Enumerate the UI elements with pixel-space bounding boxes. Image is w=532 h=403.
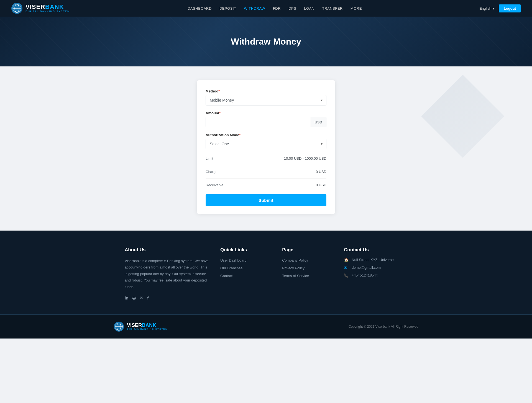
- nav-withdraw[interactable]: WITHDRAW: [244, 6, 265, 11]
- footer-quick-links-col: Quick Links User Dashboard Our Branches …: [220, 247, 271, 301]
- footer-logo-icon: [114, 321, 124, 332]
- email-icon: ✉: [344, 265, 349, 270]
- footer-about-text: Viserbank is a complete e-Banking system…: [125, 258, 209, 290]
- brand-text: VISERBANK DIGITAL BANKING SYSTEM: [25, 4, 70, 13]
- navbar-right: English ▾ Logout: [479, 4, 521, 12]
- method-select-wrapper: Mobile Money Bank Transfer Check: [206, 95, 326, 105]
- main-content: Method* Mobile Money Bank Transfer Check…: [0, 66, 532, 231]
- auth-select[interactable]: Select One Email OTP SMS OTP Google Auth: [206, 139, 326, 149]
- auth-label: Authorization Mode*: [206, 133, 326, 137]
- linkedin-icon[interactable]: in: [125, 296, 128, 301]
- limit-value: 10.00 USD - 1000.00 USD: [241, 155, 326, 162]
- charge-row: Charge 0 USD: [206, 168, 326, 175]
- brand-bank: BANK: [45, 3, 64, 10]
- facebook-icon[interactable]: f: [147, 296, 149, 301]
- footer-bottom-inner: VISERBANK DIGITAL BANKING SYSTEM Copyrig…: [114, 321, 418, 332]
- logout-button[interactable]: Logout: [499, 4, 521, 12]
- footer-contact-title: Contact Us: [344, 247, 407, 253]
- amount-input-group: USD: [206, 117, 326, 127]
- charge-label: Charge: [206, 168, 241, 175]
- footer-quick-links-list: User Dashboard Our Branches Contact: [220, 258, 271, 278]
- footer-link-contact[interactable]: Contact: [220, 273, 271, 278]
- footer-company-policy[interactable]: Company Policy: [282, 258, 333, 263]
- amount-group: Amount* USD: [206, 111, 326, 127]
- limit-label: Limit: [206, 155, 241, 162]
- limit-row: Limit 10.00 USD - 1000.00 USD: [206, 155, 326, 162]
- brand-viser: VISER: [25, 3, 45, 10]
- amount-input[interactable]: [206, 117, 311, 127]
- footer-social: in ◎ ✕ f: [125, 296, 209, 301]
- footer-page-col: Page Company Policy Privacy Policy Terms…: [282, 247, 333, 301]
- brand-logo-area: VISERBANK DIGITAL BANKING SYSTEM: [11, 2, 70, 14]
- instagram-icon[interactable]: ◎: [132, 296, 136, 301]
- footer-content: About Us Viserbank is a complete e-Banki…: [114, 247, 418, 314]
- footer-page-title: Page: [282, 247, 333, 253]
- footer-link-branches[interactable]: Our Branches: [220, 265, 271, 270]
- footer-brand-text: VISERBANK DIGITAL BANKING SYSTEM: [127, 323, 168, 331]
- navbar: VISERBANK DIGITAL BANKING SYSTEM DASHBOA…: [0, 0, 532, 17]
- nav-fdr[interactable]: FDR: [273, 6, 281, 11]
- footer-about-title: About Us: [125, 247, 209, 253]
- chevron-down-icon: ▾: [492, 6, 494, 11]
- footer-about-col: About Us Viserbank is a complete e-Banki…: [125, 247, 209, 301]
- nav-transfer[interactable]: TRANSFER: [322, 6, 343, 11]
- contact-email: ✉ demo@gmail.com: [344, 265, 407, 270]
- auth-select-wrapper: Select One Email OTP SMS OTP Google Auth: [206, 139, 326, 149]
- auth-group: Authorization Mode* Select One Email OTP…: [206, 133, 326, 149]
- footer-link-dashboard[interactable]: User Dashboard: [220, 258, 271, 263]
- method-group: Method* Mobile Money Bank Transfer Check: [206, 89, 326, 105]
- footer-privacy-policy[interactable]: Privacy Policy: [282, 265, 333, 270]
- auth-required: *: [239, 133, 241, 137]
- footer-terms-of-service[interactable]: Terms of Service: [282, 273, 333, 278]
- nav-loan[interactable]: LOAN: [304, 6, 314, 11]
- amount-required: *: [219, 111, 221, 115]
- footer: About Us Viserbank is a complete e-Banki…: [0, 231, 532, 339]
- nav-links: DASHBOARD DEPOSIT WITHDRAW FDR DPS LOAN …: [188, 6, 362, 11]
- nav-dps[interactable]: DPS: [288, 6, 296, 11]
- language-selector[interactable]: English ▾: [479, 6, 494, 11]
- footer-copyright: Copyright © 2021 Viserbank All Right Res…: [349, 325, 418, 329]
- method-required: *: [218, 89, 220, 93]
- hero-title: Withdraw Money: [231, 37, 301, 47]
- footer-brand-bank: BANK: [142, 322, 156, 328]
- brand-logo-icon: [11, 2, 23, 14]
- receivable-label: Receivable: [206, 181, 241, 189]
- withdraw-form-card: Method* Mobile Money Bank Transfer Check…: [197, 80, 335, 214]
- contact-phone: 📞 +454512418544: [344, 273, 407, 278]
- amount-label: Amount*: [206, 111, 326, 115]
- receivable-row: Receivable 0 USD: [206, 181, 326, 189]
- location-icon: 🏠: [344, 258, 349, 262]
- nav-dashboard[interactable]: DASHBOARD: [188, 6, 212, 11]
- submit-button[interactable]: Submit: [206, 194, 326, 206]
- phone-icon: 📞: [344, 273, 349, 278]
- receivable-value: 0 USD: [241, 181, 326, 189]
- footer-brand-tagline: DIGITAL BANKING SYSTEM: [127, 328, 168, 330]
- method-select[interactable]: Mobile Money Bank Transfer Check: [206, 95, 326, 105]
- hero-section: Withdraw Money: [0, 17, 532, 66]
- footer-quick-links-title: Quick Links: [220, 247, 271, 253]
- nav-more[interactable]: MORE: [351, 6, 362, 11]
- footer-brand: VISERBANK DIGITAL BANKING SYSTEM: [114, 321, 168, 332]
- info-table: Limit 10.00 USD - 1000.00 USD Charge 0 U…: [206, 155, 326, 189]
- footer-bottom: VISERBANK DIGITAL BANKING SYSTEM Copyrig…: [0, 314, 532, 339]
- charge-value: 0 USD: [241, 168, 326, 175]
- twitter-icon[interactable]: ✕: [140, 296, 143, 301]
- method-label: Method*: [206, 89, 326, 93]
- nav-deposit[interactable]: DEPOSIT: [219, 6, 236, 11]
- brand-tagline: DIGITAL BANKING SYSTEM: [25, 10, 70, 13]
- footer-page-list: Company Policy Privacy Policy Terms of S…: [282, 258, 333, 278]
- currency-addon: USD: [311, 117, 326, 127]
- footer-contact-col: Contact Us 🏠 Null Street, XYZ, Universe …: [344, 247, 407, 301]
- contact-address: 🏠 Null Street, XYZ, Universe: [344, 258, 407, 262]
- footer-brand-viser: VISER: [127, 322, 142, 328]
